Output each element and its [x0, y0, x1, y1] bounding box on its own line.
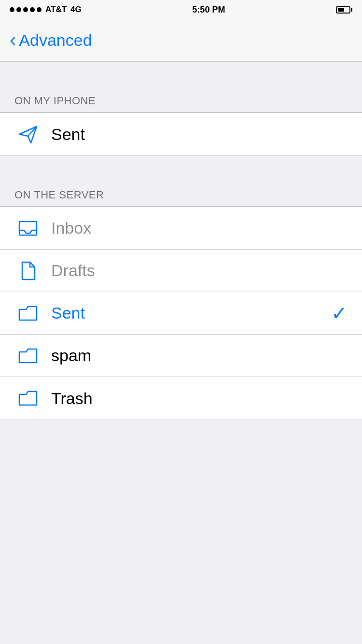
folder-sent-icon: [14, 303, 42, 324]
sent-local-label: Sent: [51, 125, 348, 144]
signal-dot-2: [16, 7, 21, 12]
section-header-iphone: ON MY IPHONE: [0, 83, 362, 112]
battery-body: [336, 6, 350, 14]
status-bar: AT&T 4G 5:50 PM: [0, 0, 362, 19]
battery-fill: [338, 8, 344, 12]
spacer-above-server: [0, 156, 362, 177]
table-server: Inbox Drafts Sent ✓ spam: [0, 207, 362, 420]
section-header-server: ON THE SERVER: [0, 177, 362, 207]
folder-trash-icon: [14, 388, 42, 409]
row-sent-server[interactable]: Sent ✓: [0, 292, 362, 335]
document-icon: [14, 260, 42, 281]
trash-label: Trash: [51, 389, 348, 408]
paper-plane-icon: [14, 124, 42, 145]
status-right: [336, 6, 352, 14]
folder-spam-icon: [14, 345, 42, 366]
network-label: 4G: [70, 5, 82, 14]
back-label: Advanced: [19, 31, 92, 50]
inbox-label: Inbox: [51, 219, 348, 238]
signal-dot-3: [23, 7, 28, 12]
checkmark-icon: ✓: [331, 302, 348, 324]
spacer-above-iphone: [0, 62, 362, 83]
sent-server-label: Sent: [51, 304, 331, 322]
spam-label: spam: [51, 346, 348, 365]
row-spam[interactable]: spam: [0, 335, 362, 377]
nav-bar: ‹ Advanced: [0, 19, 362, 62]
back-button[interactable]: ‹ Advanced: [10, 31, 92, 50]
signal-dot-4: [30, 7, 35, 12]
back-chevron-icon: ‹: [10, 30, 16, 49]
row-sent-local[interactable]: Sent: [0, 113, 362, 155]
battery-tip: [351, 8, 352, 12]
drafts-label: Drafts: [51, 261, 348, 280]
row-drafts[interactable]: Drafts: [0, 250, 362, 292]
signal-dots: [10, 7, 42, 12]
signal-dot-1: [10, 7, 14, 12]
carrier-label: AT&T: [45, 5, 67, 14]
bottom-area: [0, 420, 362, 613]
status-time: 5:50 PM: [192, 5, 225, 15]
inbox-icon: [14, 218, 42, 239]
battery-icon: [336, 6, 352, 14]
row-trash[interactable]: Trash: [0, 377, 362, 420]
signal-dot-5: [37, 7, 42, 12]
status-left: AT&T 4G: [10, 5, 82, 14]
row-inbox[interactable]: Inbox: [0, 207, 362, 250]
table-iphone: Sent: [0, 112, 362, 156]
